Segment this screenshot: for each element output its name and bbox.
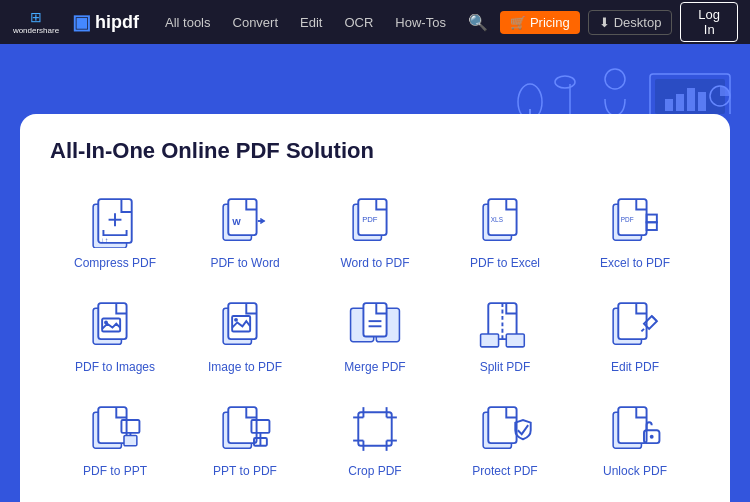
svg-rect-52 bbox=[506, 334, 524, 347]
svg-line-55 bbox=[652, 316, 657, 321]
tool-item-word-to-pdf[interactable]: PDF Word to PDF bbox=[310, 184, 440, 280]
svg-rect-46 bbox=[363, 303, 386, 336]
svg-rect-34 bbox=[647, 215, 657, 223]
svg-text:W: W bbox=[232, 217, 241, 227]
tool-item-excel-to-pdf[interactable]: PDF Excel to PDF bbox=[570, 184, 700, 280]
unlock-pdf-label: Unlock PDF bbox=[603, 464, 667, 478]
pdf-to-excel-label: PDF to Excel bbox=[470, 256, 540, 270]
desktop-label: Desktop bbox=[614, 15, 662, 30]
tool-item-unlock-pdf[interactable]: Unlock PDF bbox=[570, 392, 700, 488]
navbar: ⊞ wondershare ▣ hipdf All tools Convert … bbox=[0, 0, 750, 44]
tool-item-pdf-to-excel[interactable]: XLS PDF to Excel bbox=[440, 184, 570, 280]
svg-point-14 bbox=[555, 76, 575, 88]
svg-point-43 bbox=[234, 318, 238, 322]
protect-pdf-label: Protect PDF bbox=[472, 464, 537, 478]
nav-links: All tools Convert Edit OCR How-Tos bbox=[155, 15, 456, 30]
svg-rect-79 bbox=[618, 407, 646, 443]
word-to-pdf-icon: PDF bbox=[348, 194, 402, 248]
tool-item-crop-pdf[interactable]: Crop PDF bbox=[310, 392, 440, 488]
svg-text:XLS: XLS bbox=[491, 216, 503, 223]
nav-ocr[interactable]: OCR bbox=[334, 15, 383, 30]
tool-item-protect-pdf[interactable]: Protect PDF bbox=[440, 392, 570, 488]
desktop-icon: ⬇ bbox=[599, 15, 610, 30]
svg-rect-60 bbox=[124, 435, 137, 445]
protect-pdf-icon bbox=[478, 402, 532, 456]
svg-text:PDF: PDF bbox=[621, 216, 634, 223]
svg-point-81 bbox=[650, 435, 654, 439]
search-icon[interactable]: 🔍 bbox=[464, 9, 492, 36]
nav-convert[interactable]: Convert bbox=[223, 15, 289, 30]
tool-item-pdf-to-ppt[interactable]: PDF to PPT bbox=[50, 392, 180, 488]
main-card: All-In-One Online PDF Solution ↓↑ Compre… bbox=[20, 114, 730, 502]
pdf-to-ppt-icon bbox=[88, 402, 142, 456]
ws-icon: ⊞ bbox=[12, 9, 60, 26]
cart-icon: 🛒 bbox=[510, 15, 526, 30]
excel-to-pdf-icon: PDF bbox=[608, 194, 662, 248]
hipdf-icon: ▣ bbox=[72, 10, 91, 34]
word-to-pdf-label: Word to PDF bbox=[340, 256, 409, 270]
svg-rect-77 bbox=[488, 407, 516, 443]
split-pdf-icon bbox=[478, 298, 532, 352]
nav-actions: 🔍 🛒 Pricing ⬇ Desktop Log In bbox=[464, 2, 738, 42]
compress-icon: ↓↑ bbox=[88, 194, 142, 248]
tools-grid: ↓↑ Compress PDF W PDF to Word PDF Word t… bbox=[50, 184, 700, 488]
merge-pdf-label: Merge PDF bbox=[344, 360, 405, 374]
tool-item-pdf-to-word[interactable]: W PDF to Word bbox=[180, 184, 310, 280]
compress-label: Compress PDF bbox=[74, 256, 156, 270]
tool-item-edit-pdf[interactable]: Edit PDF bbox=[570, 288, 700, 384]
edit-pdf-label: Edit PDF bbox=[611, 360, 659, 374]
pricing-label: Pricing bbox=[530, 15, 570, 30]
svg-text:PDF: PDF bbox=[362, 215, 378, 224]
merge-pdf-icon bbox=[348, 298, 402, 352]
tool-item-merge-pdf[interactable]: Merge PDF bbox=[310, 288, 440, 384]
svg-rect-54 bbox=[618, 303, 646, 339]
svg-rect-3 bbox=[676, 94, 684, 111]
main-title: All-In-One Online PDF Solution bbox=[50, 138, 700, 164]
wondershare-logo: ⊞ wondershare bbox=[12, 9, 60, 35]
split-pdf-label: Split PDF bbox=[480, 360, 531, 374]
svg-rect-51 bbox=[481, 334, 499, 347]
pdf-to-excel-icon: XLS bbox=[478, 194, 532, 248]
svg-rect-4 bbox=[687, 88, 695, 111]
pdf-to-word-label: PDF to Word bbox=[210, 256, 279, 270]
tool-item-split-pdf[interactable]: Split PDF bbox=[440, 288, 570, 384]
ppt-to-pdf-label: PPT to PDF bbox=[213, 464, 277, 478]
wondershare-logo-box: ⊞ wondershare bbox=[12, 9, 60, 35]
svg-rect-35 bbox=[647, 222, 657, 230]
svg-point-39 bbox=[104, 321, 108, 325]
ppt-to-pdf-icon bbox=[218, 402, 272, 456]
tool-item-image-to-pdf[interactable]: Image to PDF bbox=[180, 288, 310, 384]
svg-rect-2 bbox=[665, 99, 673, 111]
edit-pdf-icon bbox=[608, 298, 662, 352]
pdf-to-images-icon bbox=[88, 298, 142, 352]
crop-pdf-label: Crop PDF bbox=[348, 464, 401, 478]
nav-howtos[interactable]: How-Tos bbox=[385, 15, 456, 30]
unlock-pdf-icon bbox=[608, 402, 662, 456]
nav-all-tools[interactable]: All tools bbox=[155, 15, 221, 30]
wondershare-label: wondershare bbox=[13, 26, 59, 35]
crop-pdf-icon bbox=[348, 402, 402, 456]
desktop-button[interactable]: ⬇ Desktop bbox=[588, 10, 673, 35]
login-label: Log In bbox=[698, 7, 720, 37]
nav-edit[interactable]: Edit bbox=[290, 15, 332, 30]
pricing-button[interactable]: 🛒 Pricing bbox=[500, 11, 580, 34]
pdf-to-word-icon: W bbox=[218, 194, 272, 248]
pdf-to-ppt-label: PDF to PPT bbox=[83, 464, 147, 478]
tool-item-ppt-to-pdf[interactable]: PPT to PDF bbox=[180, 392, 310, 488]
tool-item-compress[interactable]: ↓↑ Compress PDF bbox=[50, 184, 180, 280]
svg-point-9 bbox=[605, 69, 625, 89]
login-button[interactable]: Log In bbox=[680, 2, 738, 42]
hipdf-logo[interactable]: ▣ hipdf bbox=[72, 10, 139, 34]
pdf-to-images-label: PDF to Images bbox=[75, 360, 155, 374]
excel-to-pdf-label: Excel to PDF bbox=[600, 256, 670, 270]
svg-text:↓↑: ↓↑ bbox=[101, 236, 109, 245]
image-to-pdf-label: Image to PDF bbox=[208, 360, 282, 374]
hipdf-label: hipdf bbox=[95, 12, 139, 33]
tool-item-pdf-to-images[interactable]: PDF to Images bbox=[50, 288, 180, 384]
svg-rect-5 bbox=[698, 92, 706, 111]
image-to-pdf-icon bbox=[218, 298, 272, 352]
